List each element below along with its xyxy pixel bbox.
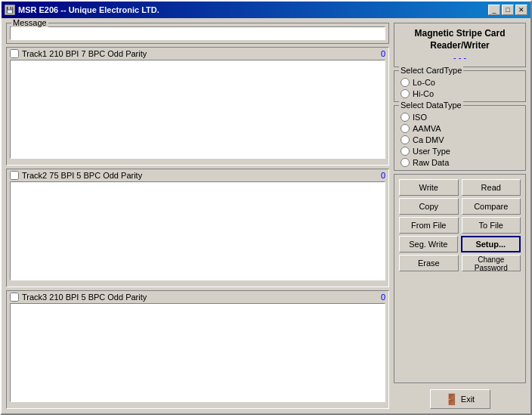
data-type-raw-data-radio[interactable]	[401, 158, 410, 167]
track2-group: Track2 75 BPI 5 BPC Odd Parity 0	[6, 169, 389, 287]
track2-count: 0	[381, 171, 385, 180]
card-type-hi-co-item: Hi-Co	[401, 89, 519, 98]
track2-textarea[interactable]	[10, 181, 385, 280]
track3-checkbox[interactable]	[10, 293, 19, 302]
track1-count: 0	[381, 49, 385, 58]
title-bar-left: 💾 MSR E206 -- Unique Electronic LTD.	[5, 5, 159, 15]
message-input[interactable]	[10, 26, 385, 40]
app-subtitle: - - -	[401, 53, 519, 62]
data-type-group: Select DataType ISO AAMVA Ca DMV User Ty…	[394, 105, 526, 171]
exit-row: 🚪 Exit	[394, 389, 526, 409]
app-icon: 💾	[5, 5, 15, 15]
data-type-user-type-label: User Type	[413, 147, 450, 156]
track1-checkbox[interactable]	[10, 49, 19, 58]
read-button[interactable]: Read	[462, 179, 521, 196]
seg-write-button[interactable]: Seg. Write	[399, 236, 458, 252]
track3-header: Track3 210 BPI 5 BPC Odd Parity 0	[7, 291, 388, 303]
data-type-ca-dmv-radio[interactable]	[401, 135, 410, 144]
window-content: Message Track1 210 BPI 7 BPC Odd Parity …	[2, 18, 530, 413]
btn-row-3: From File To File	[399, 217, 521, 234]
track1-header: Track1 210 BPI 7 BPC Odd Parity 0	[7, 48, 388, 60]
data-type-aamva-item: AAMVA	[401, 124, 519, 133]
left-panel: Message Track1 210 BPI 7 BPC Odd Parity …	[6, 23, 389, 409]
minimize-button[interactable]: _	[488, 5, 500, 15]
btn-row-2: Copy Compare	[399, 198, 521, 215]
setup-button[interactable]: Setup...	[461, 236, 521, 252]
app-title: Magnetic Stripe Card Reader/Writer	[401, 28, 519, 51]
card-type-hi-co-radio[interactable]	[401, 89, 410, 98]
card-type-lo-co-label: Lo-Co	[413, 78, 435, 87]
btn-row-5: Erase Change Password	[399, 255, 521, 271]
track1-textarea[interactable]	[10, 60, 385, 159]
write-button[interactable]: Write	[399, 179, 459, 196]
app-title-line1: Magnetic Stripe Card	[414, 28, 505, 39]
card-type-label: Select CardType	[399, 66, 463, 75]
buttons-section: Write Read Copy Compare From File To Fil…	[394, 174, 526, 383]
card-type-lo-co-item: Lo-Co	[401, 78, 519, 87]
exit-label: Exit	[461, 395, 475, 404]
card-type-group: Select CardType Lo-Co Hi-Co	[394, 70, 526, 102]
data-type-raw-data-label: Raw Data	[413, 158, 449, 167]
app-title-box: Magnetic Stripe Card Reader/Writer - - -	[394, 23, 526, 67]
btn-row-4: Seg. Write Setup...	[399, 236, 521, 252]
card-type-hi-co-label: Hi-Co	[413, 89, 434, 98]
track2-label: Track2 75 BPI 5 BPC Odd Parity	[22, 171, 378, 180]
exit-button[interactable]: 🚪 Exit	[430, 389, 490, 409]
app-title-line2: Reader/Writer	[430, 40, 489, 51]
btn-row-1: Write Read	[399, 179, 521, 196]
title-bar-buttons: _ □ ✕	[488, 5, 527, 15]
message-label: Message	[11, 18, 48, 27]
maximize-button[interactable]: □	[502, 5, 514, 15]
data-type-user-type-item: User Type	[401, 147, 519, 156]
main-window: 💾 MSR E206 -- Unique Electronic LTD. _ □…	[0, 0, 532, 415]
data-type-user-type-radio[interactable]	[401, 147, 410, 156]
card-type-lo-co-radio[interactable]	[401, 78, 410, 87]
copy-button[interactable]: Copy	[399, 198, 459, 215]
track3-label: Track3 210 BPI 5 BPC Odd Parity	[22, 293, 378, 302]
from-file-button[interactable]: From File	[399, 217, 459, 234]
data-type-iso-item: ISO	[401, 113, 519, 122]
track3-group: Track3 210 BPI 5 BPC Odd Parity 0	[6, 290, 389, 409]
compare-button[interactable]: Compare	[462, 198, 521, 215]
message-group: Message	[6, 23, 389, 44]
data-type-ca-dmv-label: Ca DMV	[413, 135, 444, 144]
data-type-aamva-radio[interactable]	[401, 124, 410, 133]
right-panel: Magnetic Stripe Card Reader/Writer - - -…	[394, 23, 526, 409]
title-bar: 💾 MSR E206 -- Unique Electronic LTD. _ □…	[2, 2, 530, 18]
track2-checkbox[interactable]	[10, 171, 19, 180]
data-type-iso-radio[interactable]	[401, 113, 410, 122]
exit-icon: 🚪	[445, 393, 458, 405]
to-file-button[interactable]: To File	[462, 217, 521, 234]
erase-button[interactable]: Erase	[399, 255, 459, 271]
track3-count: 0	[381, 293, 385, 302]
track2-header: Track2 75 BPI 5 BPC Odd Parity 0	[7, 169, 388, 181]
window-title: MSR E206 -- Unique Electronic LTD.	[18, 5, 159, 14]
data-type-label: Select DataType	[399, 101, 463, 110]
close-button[interactable]: ✕	[515, 5, 527, 15]
data-type-ca-dmv-item: Ca DMV	[401, 135, 519, 144]
track3-textarea[interactable]	[10, 303, 385, 402]
data-type-aamva-label: AAMVA	[413, 124, 441, 133]
track1-group: Track1 210 BPI 7 BPC Odd Parity 0	[6, 47, 389, 166]
data-type-raw-data-item: Raw Data	[401, 158, 519, 167]
data-type-iso-label: ISO	[413, 113, 427, 122]
track1-label: Track1 210 BPI 7 BPC Odd Parity	[22, 49, 378, 58]
change-password-button[interactable]: Change Password	[462, 255, 521, 271]
